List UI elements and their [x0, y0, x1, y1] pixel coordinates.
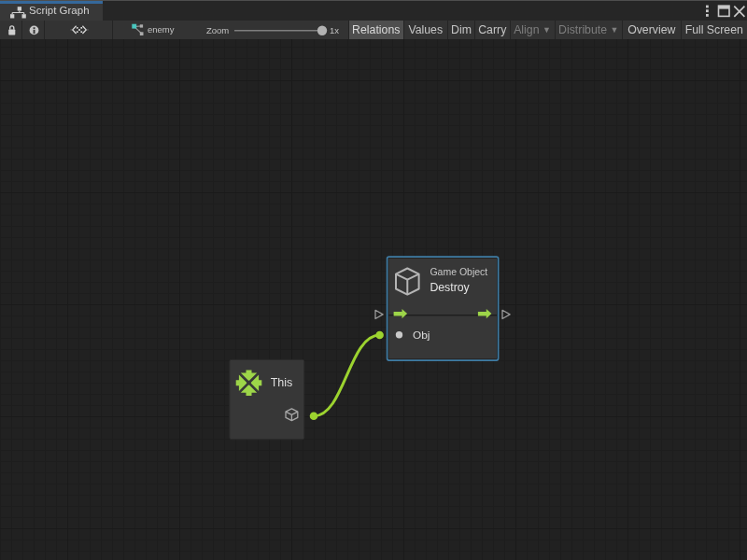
svg-text:Obj: Obj	[413, 329, 430, 342]
svg-text:Zoom: Zoom	[206, 25, 229, 35]
svg-text:Destroy: Destroy	[430, 281, 470, 294]
svg-text:1x: 1x	[330, 25, 339, 35]
svg-text:This: This	[271, 376, 293, 389]
svg-text:Game Object: Game Object	[430, 266, 487, 277]
svg-text:enemy: enemy	[148, 24, 175, 35]
